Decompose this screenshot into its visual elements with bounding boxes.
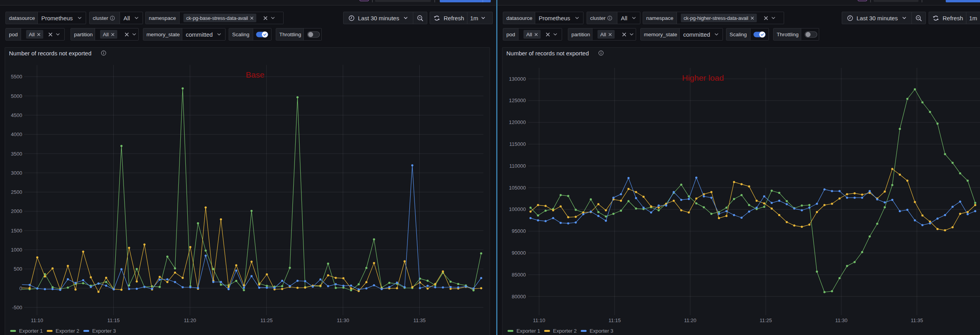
svg-text:3000: 3000 [11, 170, 22, 176]
svg-text:115000: 115000 [509, 141, 526, 147]
svg-text:11:25: 11:25 [260, 317, 273, 323]
svg-text:100000: 100000 [509, 206, 526, 212]
svg-text:90000: 90000 [512, 250, 526, 256]
svg-text:2000: 2000 [11, 208, 22, 214]
svg-text:11:10: 11:10 [31, 317, 43, 323]
svg-text:11:15: 11:15 [108, 317, 120, 323]
svg-text:130000: 130000 [509, 76, 526, 82]
svg-text:11:30: 11:30 [337, 317, 349, 323]
svg-text:5000: 5000 [11, 93, 22, 99]
svg-text:2500: 2500 [11, 189, 22, 195]
svg-text:85000: 85000 [512, 272, 526, 278]
svg-text:11:35: 11:35 [911, 317, 923, 323]
svg-text:11:10: 11:10 [533, 317, 545, 323]
svg-text:4500: 4500 [11, 112, 22, 118]
svg-text:-500: -500 [12, 305, 22, 310]
svg-text:1500: 1500 [11, 228, 22, 234]
svg-text:110000: 110000 [509, 163, 526, 169]
svg-text:11:30: 11:30 [835, 317, 848, 323]
svg-text:1000: 1000 [11, 247, 22, 253]
svg-text:11:20: 11:20 [684, 317, 696, 323]
svg-text:105000: 105000 [509, 185, 526, 191]
svg-text:120000: 120000 [509, 119, 526, 125]
svg-text:5500: 5500 [11, 74, 22, 80]
svg-text:80000: 80000 [512, 294, 526, 300]
svg-text:0: 0 [19, 285, 22, 291]
svg-text:11:20: 11:20 [184, 317, 196, 323]
svg-text:11:15: 11:15 [608, 317, 621, 323]
svg-text:125000: 125000 [509, 97, 526, 103]
svg-text:11:35: 11:35 [413, 317, 426, 323]
svg-text:11:25: 11:25 [760, 317, 772, 323]
svg-text:3500: 3500 [11, 151, 22, 157]
svg-text:4000: 4000 [11, 131, 22, 137]
svg-text:500: 500 [14, 266, 22, 272]
svg-text:95000: 95000 [512, 228, 526, 234]
